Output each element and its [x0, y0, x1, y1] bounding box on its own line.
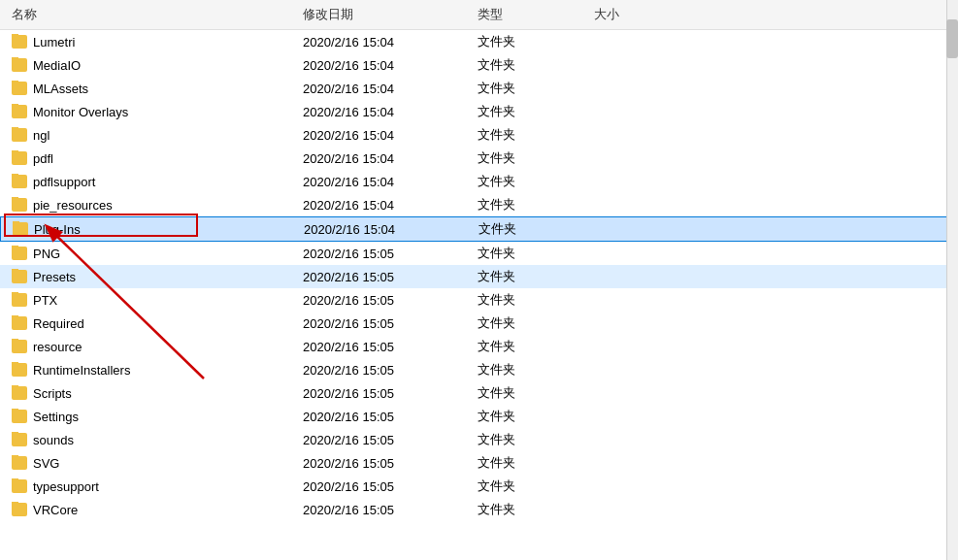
file-name: Presets	[33, 270, 76, 284]
table-row[interactable]: Settings2020/2/16 15:05文件夹	[0, 405, 958, 428]
table-row[interactable]: Scripts2020/2/16 15:05文件夹	[0, 381, 958, 405]
file-name-cell: Settings	[8, 409, 299, 425]
folder-icon	[12, 363, 27, 377]
file-size	[590, 111, 687, 113]
file-name-cell: Lumetri	[8, 34, 299, 50]
file-type: 文件夹	[474, 102, 590, 121]
table-row[interactable]: pdfl2020/2/16 15:04文件夹	[0, 147, 958, 170]
file-name-cell: RuntimeInstallers	[8, 362, 299, 379]
file-type: 文件夹	[474, 360, 590, 379]
file-type: 文件夹	[474, 244, 590, 263]
table-row[interactable]: pdflsupport2020/2/16 15:04文件夹	[0, 170, 958, 193]
file-size	[590, 181, 687, 182]
file-type: 文件夹	[474, 55, 590, 75]
file-type: 文件夹	[474, 313, 590, 333]
file-name-cell: pdflsupport	[8, 174, 299, 190]
file-size	[590, 415, 687, 417]
file-name: PNG	[33, 247, 60, 261]
scrollbar[interactable]	[946, 0, 958, 560]
file-name-cell: Scripts	[8, 385, 299, 402]
file-size	[591, 228, 688, 230]
file-name-cell: sounds	[8, 432, 299, 448]
folder-icon	[12, 293, 27, 307]
file-size	[590, 392, 687, 394]
folder-icon	[12, 386, 27, 400]
table-row[interactable]: typesupport2020/2/16 15:05文件夹	[0, 475, 958, 498]
file-date: 2020/2/16 15:05	[299, 292, 474, 309]
table-row[interactable]: SVG2020/2/16 15:05文件夹	[0, 451, 958, 475]
table-row[interactable]: pie_resources2020/2/16 15:04文件夹	[0, 193, 958, 216]
folder-icon	[12, 503, 27, 516]
file-size	[590, 322, 687, 324]
file-date: 2020/2/16 15:04	[299, 81, 474, 97]
header-name: 名称	[8, 4, 299, 25]
file-size	[590, 157, 687, 159]
table-row[interactable]: Required2020/2/16 15:05文件夹	[0, 312, 958, 335]
file-size	[590, 485, 687, 487]
table-row[interactable]: VRCore2020/2/16 15:05文件夹	[0, 498, 958, 521]
file-type: 文件夹	[474, 267, 590, 286]
table-row[interactable]: Lumetri2020/2/16 15:04文件夹	[0, 30, 958, 53]
table-row[interactable]: ngl2020/2/16 15:04文件夹	[0, 123, 958, 147]
file-size	[590, 439, 687, 441]
file-date: 2020/2/16 15:05	[299, 385, 474, 402]
file-size	[590, 87, 687, 89]
file-size	[590, 64, 687, 66]
file-date: 2020/2/16 15:05	[299, 339, 474, 355]
file-list: Lumetri2020/2/16 15:04文件夹MediaIO2020/2/1…	[0, 30, 958, 560]
table-row[interactable]: resource2020/2/16 15:05文件夹	[0, 335, 958, 358]
file-name-cell: ngl	[8, 127, 299, 144]
file-name-cell: pdfl	[8, 150, 299, 167]
folder-icon	[12, 35, 27, 49]
folder-icon	[12, 340, 27, 353]
file-name: Plug-Ins	[34, 222, 81, 237]
table-row[interactable]: Monitor Overlays2020/2/16 15:04文件夹	[0, 100, 958, 123]
folder-icon	[12, 128, 27, 142]
file-type: 文件夹	[474, 32, 590, 51]
table-row[interactable]: MLAssets2020/2/16 15:04文件夹	[0, 77, 958, 100]
file-date: 2020/2/16 15:04	[299, 104, 474, 120]
table-row[interactable]: sounds2020/2/16 15:05文件夹	[0, 428, 958, 451]
table-row[interactable]: PNG2020/2/16 15:05文件夹	[0, 242, 958, 265]
file-name-cell: MLAssets	[8, 81, 299, 97]
file-name: MLAssets	[33, 82, 88, 96]
file-name: Required	[33, 316, 84, 331]
scrollbar-thumb[interactable]	[946, 19, 958, 58]
file-size	[590, 509, 687, 511]
table-row[interactable]: Plug-Ins2020/2/16 15:04文件夹	[0, 216, 958, 242]
file-name: pdflsupport	[33, 175, 95, 189]
file-name: Monitor Overlays	[33, 105, 128, 119]
file-name: ngl	[33, 128, 50, 143]
file-size	[590, 369, 687, 371]
file-type: 文件夹	[474, 290, 590, 310]
file-type: 文件夹	[474, 477, 590, 496]
file-size	[590, 252, 687, 254]
file-date: 2020/2/16 15:05	[299, 409, 474, 425]
file-name: RuntimeInstallers	[33, 363, 130, 378]
table-row[interactable]: PTX2020/2/16 15:05文件夹	[0, 288, 958, 312]
folder-icon	[12, 58, 27, 72]
folder-icon	[12, 316, 27, 330]
file-name-cell: pie_resources	[8, 197, 299, 214]
table-row[interactable]: RuntimeInstallers2020/2/16 15:05文件夹	[0, 358, 958, 381]
file-name: MediaIO	[33, 58, 81, 73]
header-date: 修改日期	[299, 4, 474, 25]
file-name-cell: resource	[8, 339, 299, 355]
file-date: 2020/2/16 15:04	[299, 127, 474, 144]
file-date: 2020/2/16 15:04	[299, 150, 474, 167]
file-date: 2020/2/16 15:04	[300, 221, 475, 238]
table-row[interactable]: Presets2020/2/16 15:05文件夹	[0, 265, 958, 288]
folder-icon	[13, 222, 28, 236]
folder-icon	[12, 175, 27, 188]
file-size	[590, 346, 687, 347]
table-row[interactable]: MediaIO2020/2/16 15:04文件夹	[0, 53, 958, 77]
file-date: 2020/2/16 15:05	[299, 246, 474, 262]
file-name: sounds	[33, 433, 74, 447]
file-name-cell: Plug-Ins	[9, 221, 300, 238]
file-date: 2020/2/16 15:04	[299, 197, 474, 214]
file-date: 2020/2/16 15:05	[299, 502, 474, 518]
file-date: 2020/2/16 15:04	[299, 34, 474, 50]
file-date: 2020/2/16 15:05	[299, 269, 474, 285]
file-size	[590, 41, 687, 43]
folder-icon	[12, 270, 27, 283]
